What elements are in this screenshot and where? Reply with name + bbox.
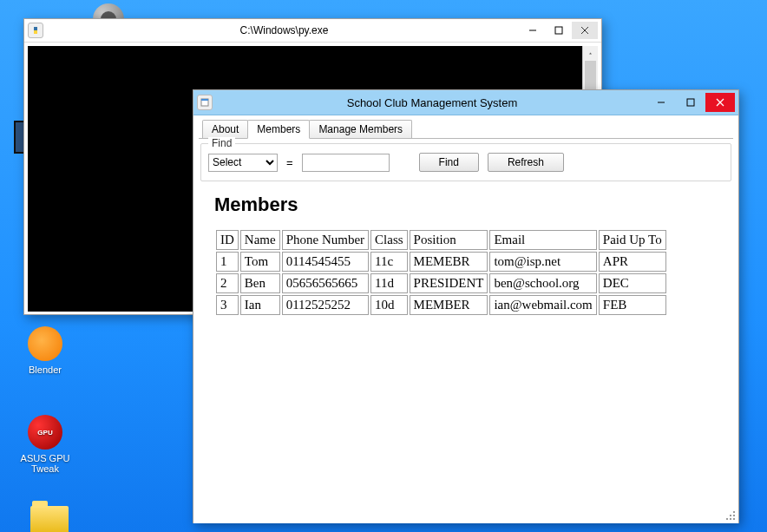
find-value-input[interactable]: [302, 154, 390, 172]
resize-grip[interactable]: [724, 509, 737, 522]
desktop-label: Blender: [15, 365, 75, 375]
svg-rect-8: [730, 518, 731, 520]
desktop-icon-folder[interactable]: [19, 499, 80, 532]
cell-email: tom@isp.net: [489, 252, 596, 272]
cell-phone: 0114545455: [282, 252, 369, 272]
svg-rect-4: [733, 511, 735, 513]
cell-id: 1: [216, 252, 239, 272]
members-heading: Members: [214, 194, 733, 216]
col-position: Position: [410, 230, 488, 250]
desktop-icon-blender[interactable]: Blender: [15, 325, 75, 375]
svg-rect-7: [726, 518, 728, 520]
minimize-button[interactable]: [520, 22, 546, 39]
find-field-select[interactable]: Select: [208, 154, 278, 172]
svg-rect-5: [730, 515, 731, 516]
cell-email: ian@webmail.com: [489, 295, 596, 315]
console-titlebar[interactable]: C:\Windows\py.exe: [24, 19, 601, 43]
cell-class: 10d: [370, 295, 408, 315]
close-button[interactable]: [705, 93, 735, 112]
cell-position: PRESIDENT: [410, 273, 488, 293]
table-header-row: ID Name Phone Number Class Position Emai…: [216, 230, 666, 250]
cell-name: Ian: [240, 295, 280, 315]
app-title: School Club Management System: [218, 96, 646, 109]
find-button[interactable]: Find: [419, 153, 479, 172]
svg-rect-6: [733, 515, 735, 516]
svg-rect-0: [555, 27, 562, 34]
gpu-icon: GPU: [28, 415, 62, 450]
svg-rect-2: [201, 99, 208, 101]
cell-position: MEMEBR: [410, 252, 488, 272]
cell-phone: 0112525252: [282, 295, 369, 315]
scroll-up-button[interactable]: [583, 46, 598, 61]
equals-label: =: [286, 156, 293, 169]
minimize-button[interactable]: [646, 93, 676, 112]
tab-strip: About Members Manage Members: [199, 119, 733, 139]
folder-icon: [30, 506, 69, 532]
table-row: 2Ben0565656566511dPRESIDENTben@school.or…: [216, 273, 666, 293]
col-name: Name: [240, 230, 280, 250]
col-class: Class: [370, 230, 408, 250]
col-phone: Phone Number: [282, 230, 369, 250]
blender-icon: [28, 326, 62, 361]
cell-paid: APR: [599, 252, 666, 272]
cell-id: 2: [216, 273, 239, 293]
refresh-button[interactable]: Refresh: [488, 153, 564, 172]
table-row: 3Ian011252525210dMEMBERian@webmail.comFE…: [216, 295, 666, 315]
tab-manage-members[interactable]: Manage Members: [309, 120, 412, 138]
close-button[interactable]: [572, 22, 598, 39]
app-titlebar[interactable]: School Club Management System: [193, 90, 738, 115]
find-group: Find Select = Find Refresh: [200, 143, 731, 181]
cell-name: Ben: [240, 273, 280, 293]
cell-paid: DEC: [599, 273, 666, 293]
desktop-icon-gpu-tweak[interactable]: GPU ASUS GPU Tweak: [15, 413, 75, 474]
svg-rect-9: [733, 518, 735, 520]
console-title: C:\Windows\py.exe: [49, 24, 520, 36]
col-email: Email: [489, 230, 596, 250]
tab-about[interactable]: About: [202, 120, 248, 138]
svg-rect-3: [687, 99, 694, 106]
table-row: 1Tom011454545511cMEMEBRtom@isp.netAPR: [216, 252, 666, 272]
cell-id: 3: [216, 295, 239, 315]
python-icon: [28, 23, 43, 38]
col-id: ID: [216, 230, 239, 250]
cell-email: ben@school.org: [489, 273, 596, 293]
cell-position: MEMBER: [410, 295, 488, 315]
cell-class: 11c: [370, 252, 408, 272]
maximize-button[interactable]: [676, 93, 705, 112]
members-table: ID Name Phone Number Class Position Emai…: [214, 228, 668, 317]
desktop-label: ASUS GPU Tweak: [15, 453, 75, 474]
maximize-button[interactable]: [546, 22, 572, 39]
find-legend: Find: [208, 137, 235, 149]
cell-name: Tom: [240, 252, 280, 272]
cell-phone: 05656565665: [282, 273, 369, 293]
cell-paid: FEB: [599, 295, 666, 315]
app-icon: [197, 95, 213, 110]
col-paid: Paid Up To: [599, 230, 666, 250]
app-window: School Club Management System About Memb…: [193, 89, 739, 523]
cell-class: 11d: [370, 273, 408, 293]
tab-members[interactable]: Members: [247, 120, 310, 139]
